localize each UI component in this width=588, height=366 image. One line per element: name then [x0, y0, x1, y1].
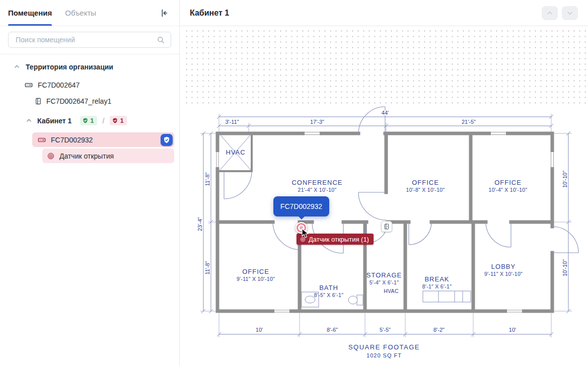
main-panel: Кабинет 1 [180, 0, 588, 366]
svg-text:9'-11" X 10'-10": 9'-11" X 10'-10" [484, 271, 523, 277]
sensor-icon [46, 152, 55, 161]
chevron-up-icon [13, 63, 21, 70]
svg-text:17'-3": 17'-3" [310, 119, 324, 125]
floorplan-svg: HVAC CONFERENCE 21'-4" X 10'-10" OFFICE … [180, 26, 588, 366]
tree-item-label: Датчик открытия [59, 152, 114, 160]
search-area [0, 26, 179, 54]
svg-text:5'-5": 5'-5" [380, 327, 391, 333]
alarm-count: 1 [120, 117, 123, 124]
collapse-panel-icon [159, 8, 170, 19]
relay-icon [383, 223, 390, 230]
tree-item-room-kabinet1[interactable]: Кабинет 1 1 / 1 [0, 113, 179, 128]
svg-text:21'-5": 21'-5" [462, 119, 476, 125]
tree-item-hub-fc7d002647[interactable]: FC7D002647 [0, 78, 179, 92]
sensor-map-marker[interactable] [296, 222, 307, 234]
scroll-up-button[interactable] [542, 6, 558, 20]
chevron-up-icon [25, 117, 33, 124]
tab-objects[interactable]: Объекты [65, 0, 96, 26]
sidebar-tabs: Помещения Объекты [8, 0, 96, 26]
svg-text:10'-10": 10'-10" [562, 259, 568, 276]
svg-text:STORAGE: STORAGE [366, 271, 402, 279]
svg-text:8'-6": 8'-6" [327, 327, 338, 333]
hub-device-icon [37, 135, 46, 144]
svg-text:8'-5" X 6'-1": 8'-5" X 6'-1" [314, 292, 344, 298]
svg-text:OFFICE: OFFICE [412, 179, 439, 186]
svg-text:10'-4" X 10'-10": 10'-4" X 10'-10" [489, 187, 528, 193]
svg-text:10'-8" X 10'-10": 10'-8" X 10'-10" [406, 187, 445, 193]
svg-text:8'-1" X 6'-1": 8'-1" X 6'-1" [422, 283, 452, 289]
svg-text:21'-4" X 10'-10": 21'-4" X 10'-10" [298, 187, 337, 193]
square-footage-title: SQUARE FOOTAGE [348, 343, 420, 351]
tree-item-label: Территория организации [26, 63, 113, 71]
svg-text:OFFICE: OFFICE [494, 179, 522, 186]
hub-device-icon [24, 81, 33, 90]
svg-text:BREAK: BREAK [424, 275, 449, 283]
sensor-map-label[interactable]: Датчик открытия (1) [297, 234, 374, 245]
svg-text:HVAC: HVAC [226, 149, 245, 156]
tree-item-label: FC7D002647 [38, 81, 80, 89]
search-icon [156, 35, 166, 45]
svg-text:CONFERENCE: CONFERENCE [291, 179, 342, 186]
svg-text:9'-11" X 10'-10": 9'-11" X 10'-10" [237, 276, 275, 282]
svg-text:5'-4" X 6'-1": 5'-4" X 6'-1" [370, 279, 399, 285]
location-tree: Территория организации FC7D002647 FC7D00… [0, 54, 179, 366]
svg-text:10'-10": 10'-10" [562, 171, 568, 188]
collapse-sidebar-button[interactable] [157, 6, 171, 20]
tree-item-label: Кабинет 1 [37, 117, 71, 125]
tree-item-label: FC7D002647_relay1 [46, 97, 111, 105]
alarm-shield-icon [112, 117, 118, 124]
tree-item-hub-fc7d002932-selected[interactable]: FC7D002932 [32, 132, 174, 147]
ok-count: 1 [90, 117, 94, 124]
relay-map-marker[interactable] [381, 221, 392, 232]
sidebar: Помещения Объекты Территория организации… [0, 0, 180, 366]
tree-item-organization[interactable]: Территория организации [0, 59, 179, 74]
tree-item-relay[interactable]: FC7D002647_relay1 [0, 94, 179, 108]
svg-text:11'-8": 11'-8" [204, 261, 210, 274]
tab-rooms[interactable]: Помещения [8, 0, 52, 26]
svg-text:11'-8": 11'-8" [204, 172, 210, 186]
search-input[interactable] [15, 35, 156, 44]
doors [224, 107, 578, 253]
badge-separator: / [103, 117, 105, 125]
floorplan-canvas[interactable]: HVAC CONFERENCE 21'-4" X 10'-10" OFFICE … [180, 26, 588, 366]
ok-shield-icon [82, 117, 89, 124]
svg-text:OFFICE: OFFICE [242, 268, 269, 275]
svg-text:44': 44' [382, 110, 389, 116]
sensor-icon [298, 225, 305, 231]
square-footage-value: 1020 SQ FT [366, 352, 402, 358]
search-box [8, 32, 171, 48]
main-header: Кабинет 1 [180, 0, 588, 26]
tree-item-label: FC7D002932 [51, 136, 93, 144]
svg-text:8'-2": 8'-2" [433, 327, 445, 333]
svg-text:LOBBY: LOBBY [491, 263, 516, 270]
sensor-map-label-text: Датчик открытия (1) [309, 236, 369, 243]
svg-text:23'-4": 23'-4" [197, 217, 203, 231]
svg-text:BATH: BATH [319, 284, 338, 291]
svg-text:3'-11": 3'-11" [225, 119, 239, 125]
ok-count-badge: 1 [80, 116, 97, 125]
plan-nav-buttons [542, 6, 578, 20]
svg-text:10': 10' [509, 327, 516, 333]
sensor-icon [300, 236, 306, 243]
device-map-tooltip[interactable]: FC7D002932 [273, 196, 329, 216]
alarm-count-badge: 1 [110, 116, 126, 125]
relay-icon [34, 97, 42, 105]
svg-text:10': 10' [256, 327, 263, 333]
scroll-down-button[interactable] [562, 6, 578, 20]
guard-shield-badge[interactable] [161, 134, 173, 146]
sidebar-header: Помещения Объекты [0, 0, 179, 26]
tree-item-opening-sensor[interactable]: Датчик открытия [42, 149, 174, 163]
svg-text:HVAC: HVAC [384, 288, 399, 294]
break-counter [423, 291, 471, 302]
page-title: Кабинет 1 [190, 9, 229, 18]
app-root: Помещения Объекты Территория организации… [0, 0, 588, 366]
